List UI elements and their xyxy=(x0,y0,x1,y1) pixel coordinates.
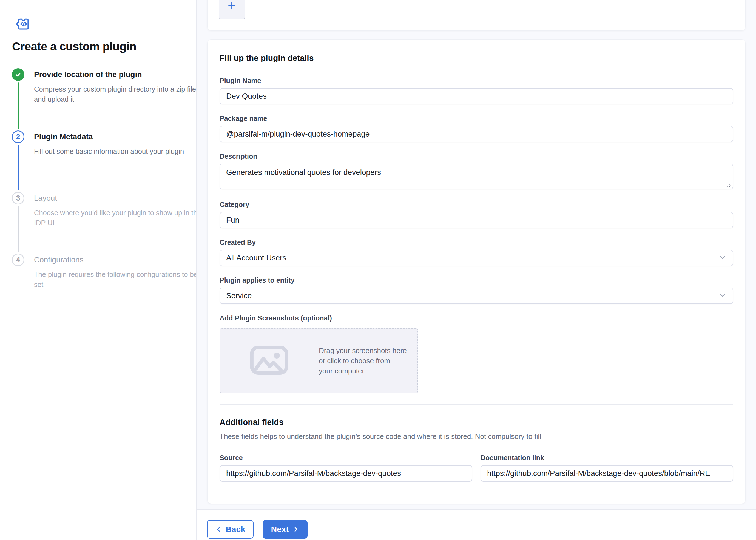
entity-select[interactable]: Service xyxy=(219,288,733,304)
step-3-description: Choose where you’d like your plugin to s… xyxy=(34,208,204,228)
screenshots-label: Add Plugin Screenshots (optional) xyxy=(219,314,733,322)
dropzone-instructions: Drag your screenshots here or click to c… xyxy=(319,346,407,376)
step-3-number: 3 xyxy=(16,194,20,202)
uploads-card: + xyxy=(207,0,746,31)
package-name-label: Package name xyxy=(219,114,733,122)
dropzone-line: Drag your screenshots here xyxy=(319,346,407,356)
step-4-description: The plugin requires the following config… xyxy=(34,269,204,290)
step-2-indicator: 2 xyxy=(12,130,24,143)
plugin-name-label: Plugin Name xyxy=(219,76,733,85)
step-1-description: Compress your custom plugin directory in… xyxy=(34,84,204,104)
documentation-field: Documentation link xyxy=(480,454,733,481)
step-1-indicator xyxy=(12,68,24,81)
check-icon xyxy=(14,70,22,79)
source-input[interactable] xyxy=(219,465,472,481)
step-4-title: Configurations xyxy=(34,255,204,265)
step-3: Layout Choose where you’d like your plug… xyxy=(34,194,204,228)
plugin-details-card: Fill up the plugin details Plugin Name P… xyxy=(207,40,746,504)
created-by-label: Created By xyxy=(219,238,733,246)
next-button[interactable]: Next xyxy=(263,520,308,539)
screenshots-dropzone[interactable]: Drag your screenshots here or click to c… xyxy=(219,328,418,393)
back-button[interactable]: Back xyxy=(207,520,254,539)
step-3-indicator: 3 xyxy=(12,192,24,204)
created-by-select[interactable]: All Account Users xyxy=(219,250,733,266)
additional-fields-heading: Additional fields xyxy=(219,418,733,427)
additional-fields-subtext: These fields helps to understand the plu… xyxy=(219,432,733,441)
description-label: Description xyxy=(219,152,733,160)
category-label: Category xyxy=(219,201,733,208)
step-connector-upcoming xyxy=(18,206,19,252)
section-divider xyxy=(219,404,733,405)
step-2-description: Fill out some basic information about yo… xyxy=(34,146,204,157)
step-4-indicator: 4 xyxy=(12,254,24,266)
footer-divider xyxy=(197,509,756,509)
entity-value: Service xyxy=(226,291,252,300)
add-screenshot-tile[interactable]: + xyxy=(219,0,245,20)
documentation-input[interactable] xyxy=(480,465,733,481)
additional-fields-row: Source Documentation link xyxy=(219,454,733,481)
step-2-title: Plugin Metadata xyxy=(34,132,204,141)
source-field: Source xyxy=(219,454,472,481)
page-title: Create a custom plugin xyxy=(12,40,136,53)
step-3-title: Layout xyxy=(34,194,204,203)
form-heading: Fill up the plugin details xyxy=(219,54,733,63)
plugin-code-icon xyxy=(15,15,32,32)
step-connector-complete xyxy=(18,82,19,129)
dropzone-line: your computer xyxy=(319,366,407,376)
step-2-number: 2 xyxy=(16,133,20,141)
step-1: Provide location of the plugin Compress … xyxy=(34,70,204,104)
entity-label: Plugin applies to entity xyxy=(219,276,733,284)
source-label: Source xyxy=(219,454,472,462)
category-input[interactable] xyxy=(219,212,733,228)
step-connector-active xyxy=(18,145,19,190)
chevron-right-icon xyxy=(292,526,299,533)
chevron-down-icon xyxy=(718,253,727,263)
chevron-left-icon xyxy=(215,526,222,533)
description-field: Generates motivational quotes for develo… xyxy=(219,164,733,191)
documentation-label: Documentation link xyxy=(480,454,733,462)
dropzone-line: or click to choose from xyxy=(319,356,407,366)
created-by-value: All Account Users xyxy=(226,254,286,262)
next-button-label: Next xyxy=(271,525,289,534)
step-4: Configurations The plugin requires the f… xyxy=(34,255,204,290)
plus-icon: + xyxy=(228,0,236,13)
step-1-title: Provide location of the plugin xyxy=(34,70,204,79)
image-icon xyxy=(249,345,290,376)
resize-handle-icon[interactable] xyxy=(726,183,731,188)
step-4-number: 4 xyxy=(16,256,20,264)
chevron-down-icon xyxy=(718,291,727,301)
description-textarea[interactable]: Generates motivational quotes for develo… xyxy=(219,164,733,190)
package-name-input[interactable] xyxy=(219,126,733,142)
wizard-sidebar: Create a custom plugin Provide location … xyxy=(0,0,196,540)
plugin-name-input[interactable] xyxy=(219,88,733,104)
back-button-label: Back xyxy=(226,525,245,534)
step-2: Plugin Metadata Fill out some basic info… xyxy=(34,132,204,157)
create-custom-plugin-page: Create a custom plugin Provide location … xyxy=(0,0,756,540)
